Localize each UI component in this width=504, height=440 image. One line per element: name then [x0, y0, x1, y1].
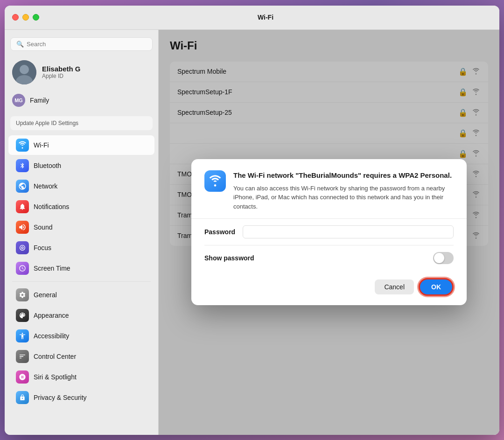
- password-input[interactable]: [243, 225, 454, 238]
- sidebar-network-label: Network: [34, 182, 57, 190]
- window-title: Wi-Fi: [39, 14, 492, 21]
- network-icon: [16, 180, 29, 193]
- password-field: Password: [204, 219, 454, 245]
- sidebar-privacy-label: Privacy & Security: [34, 394, 87, 401]
- sidebar-control-center-label: Control Center: [34, 353, 76, 360]
- sidebar-item-focus[interactable]: Focus: [8, 238, 154, 258]
- password-label: Password: [204, 228, 235, 236]
- accessibility-icon: [16, 329, 29, 342]
- dialog-header: The Wi-Fi network "TheBurialMounds" requ…: [191, 159, 467, 219]
- wifi-icon: [16, 139, 29, 152]
- siri-icon: [16, 370, 29, 384]
- sidebar-screen-time-label: Screen Time: [34, 265, 70, 272]
- sidebar-accessibility-label: Accessibility: [34, 332, 69, 340]
- avatar: [12, 60, 36, 84]
- toggle-knob: [434, 253, 444, 263]
- control-center-icon: [16, 350, 29, 363]
- sidebar-general-label: General: [34, 291, 57, 299]
- show-password-label: Show password: [204, 254, 254, 262]
- content-area: 🔍 Elisabeth G Apple ID: [5, 30, 499, 435]
- sound-icon: [16, 221, 29, 234]
- main-content: Wi-Fi Spectrum Mobile 🔒 SpectrumSetup-1F: [159, 30, 499, 435]
- user-name: Elisabeth G: [42, 65, 81, 73]
- minimize-button[interactable]: [22, 14, 29, 21]
- maximize-button[interactable]: [33, 14, 39, 21]
- cancel-button[interactable]: Cancel: [375, 279, 414, 294]
- sidebar-item-privacy[interactable]: Privacy & Security: [8, 388, 154, 407]
- sidebar-focus-label: Focus: [34, 244, 51, 251]
- sidebar-bluetooth-label: Bluetooth: [34, 162, 61, 169]
- dialog-body: Password Show password: [191, 219, 467, 271]
- focus-icon: [16, 241, 29, 254]
- user-info: Elisabeth G Apple ID: [42, 65, 81, 79]
- sidebar-item-notifications[interactable]: Notifications: [8, 197, 154, 217]
- sidebar-sound-label: Sound: [34, 223, 52, 231]
- dialog-title: The Wi-Fi network "TheBurialMounds" requ…: [233, 170, 454, 180]
- sidebar-item-appearance[interactable]: Appearance: [8, 306, 154, 325]
- show-password-field: Show password: [204, 245, 454, 271]
- wifi-password-dialog: The Wi-Fi network "TheBurialMounds" requ…: [191, 159, 467, 306]
- general-icon: [16, 288, 29, 301]
- sidebar-item-control-center[interactable]: Control Center: [8, 347, 154, 366]
- svg-point-1: [20, 65, 29, 74]
- ok-button[interactable]: OK: [419, 278, 454, 296]
- dialog-description: You can also access this Wi-Fi network b…: [233, 184, 454, 211]
- sidebar-item-network[interactable]: Network: [8, 176, 154, 196]
- screen-time-icon: [16, 262, 29, 275]
- sidebar-item-bluetooth[interactable]: Bluetooth: [8, 156, 154, 175]
- update-banner[interactable]: Update Apple ID Settings: [10, 116, 153, 130]
- search-bar[interactable]: 🔍: [10, 37, 153, 51]
- close-button[interactable]: [12, 14, 19, 21]
- sidebar-notifications-label: Notifications: [34, 203, 69, 210]
- sidebar-wifi-label: Wi-Fi: [34, 141, 49, 149]
- notifications-icon: [16, 200, 29, 213]
- appearance-icon: [16, 309, 29, 322]
- sidebar-item-wifi[interactable]: Wi-Fi: [8, 135, 154, 155]
- traffic-lights: [12, 14, 39, 21]
- privacy-icon: [16, 391, 29, 404]
- user-profile[interactable]: Elisabeth G Apple ID: [5, 56, 158, 88]
- sidebar-siri-label: Siri & Spotlight: [34, 373, 77, 381]
- family-avatar: MG: [12, 94, 25, 107]
- show-password-toggle[interactable]: [433, 252, 454, 264]
- family-row[interactable]: MG Family: [5, 90, 158, 111]
- sidebar-item-sound[interactable]: Sound: [8, 217, 154, 237]
- search-icon: 🔍: [16, 41, 24, 48]
- wifi-dialog-icon: [204, 170, 226, 192]
- sidebar-item-siri[interactable]: Siri & Spotlight: [8, 367, 154, 387]
- settings-window: Wi-Fi 🔍 Elisabeth G: [5, 6, 499, 435]
- sidebar-item-accessibility[interactable]: Accessibility: [8, 326, 154, 346]
- family-label: Family: [30, 97, 49, 104]
- sidebar-item-screen-time[interactable]: Screen Time: [8, 258, 154, 278]
- modal-overlay: The Wi-Fi network "TheBurialMounds" requ…: [159, 30, 499, 435]
- user-subtitle: Apple ID: [42, 73, 81, 79]
- sidebar: 🔍 Elisabeth G Apple ID: [5, 30, 159, 435]
- search-input[interactable]: [27, 41, 147, 48]
- sidebar-item-general[interactable]: General: [8, 285, 154, 305]
- sidebar-appearance-label: Appearance: [34, 312, 69, 319]
- titlebar: Wi-Fi: [5, 6, 499, 30]
- dialog-text: The Wi-Fi network "TheBurialMounds" requ…: [233, 170, 454, 211]
- bluetooth-icon: [16, 159, 29, 172]
- dialog-footer: Cancel OK: [191, 271, 467, 305]
